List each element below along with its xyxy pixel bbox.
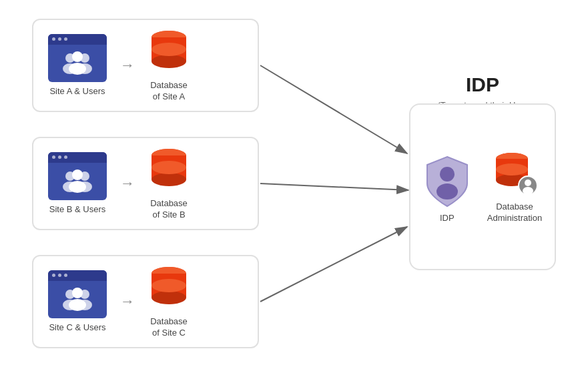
users-icon-a <box>59 50 95 77</box>
arrow-a-to-db: → <box>120 57 135 74</box>
db-admin-wrapper: Database Administration <box>487 149 542 224</box>
site-c-browser-wrapper: Site C & Users <box>48 270 107 334</box>
site-b-label: Site B & Users <box>49 204 106 216</box>
idp-main-title: IDP <box>409 73 556 96</box>
browser-body-c <box>48 281 107 318</box>
svg-point-42 <box>152 279 186 292</box>
svg-point-38 <box>152 291 186 304</box>
browser-titlebar-c <box>48 270 107 281</box>
svg-point-51 <box>496 163 528 175</box>
db-admin-label: Database Administration <box>487 202 542 224</box>
svg-point-12 <box>152 55 186 68</box>
idp-box: IDP Datab <box>409 103 556 270</box>
svg-point-22 <box>77 181 92 192</box>
dot3 <box>64 274 67 277</box>
dot1 <box>52 155 55 159</box>
site-box-a: Site A & Users → Database of Site A <box>32 19 259 112</box>
site-b-browser-wrapper: Site B & Users <box>48 152 107 216</box>
idp-icon-label: IDP <box>440 213 455 224</box>
site-a-label: Site A & Users <box>49 86 105 97</box>
diagram-container: Site A & Users → Database of Site A <box>0 0 588 375</box>
svg-point-29 <box>152 161 186 174</box>
browser-body-b <box>48 163 107 200</box>
svg-point-9 <box>77 63 92 74</box>
svg-point-54 <box>523 187 533 195</box>
svg-point-35 <box>77 300 92 310</box>
dot3 <box>64 155 67 159</box>
site-c-label: Site C & Users <box>49 322 105 334</box>
site-c-browser-icon <box>48 270 107 318</box>
db-c-icon <box>148 264 190 312</box>
dot1 <box>52 37 55 41</box>
arrow-c-to-db: → <box>120 293 135 310</box>
db-b-wrapper: Database of Site B <box>148 146 190 221</box>
browser-titlebar-b <box>48 152 107 163</box>
users-icon-b <box>59 168 95 195</box>
db-admin-icon <box>492 149 537 198</box>
site-b-browser-icon <box>48 152 107 200</box>
svg-line-1 <box>260 65 407 153</box>
svg-point-25 <box>152 173 186 186</box>
dot2 <box>58 155 61 159</box>
svg-point-21 <box>80 171 89 181</box>
site-a-browser-wrapper: Site A & Users <box>48 34 107 97</box>
users-icon-c <box>59 286 95 313</box>
db-a-label: Database of Site A <box>150 80 188 103</box>
shield-icon <box>423 154 471 209</box>
site-box-b: Site B & Users → Database of Site B <box>32 137 259 230</box>
idp-shield-wrapper: IDP <box>423 154 471 224</box>
svg-point-53 <box>525 179 531 186</box>
db-b-label: Database of Site B <box>150 198 188 221</box>
svg-point-34 <box>80 290 89 299</box>
svg-line-3 <box>260 227 407 302</box>
dot3 <box>64 37 67 41</box>
idp-icons-row: IDP Datab <box>423 149 542 224</box>
svg-point-43 <box>440 167 455 181</box>
db-b-icon <box>148 146 190 194</box>
db-a-wrapper: Database of Site A <box>148 28 190 103</box>
site-a-browser-icon <box>48 34 107 82</box>
browser-body-a <box>48 45 107 82</box>
db-a-icon <box>148 28 190 76</box>
site-box-c: Site C & Users → Database of Site C <box>32 255 259 348</box>
svg-point-16 <box>152 43 186 56</box>
dot1 <box>52 274 55 277</box>
svg-line-2 <box>260 183 408 190</box>
dot2 <box>58 274 61 277</box>
svg-point-8 <box>80 53 89 63</box>
dot2 <box>58 37 61 41</box>
arrow-b-to-db: → <box>120 175 135 192</box>
db-c-wrapper: Database of Site C <box>148 264 190 339</box>
db-c-label: Database of Site C <box>150 316 188 339</box>
svg-point-44 <box>436 183 458 200</box>
browser-titlebar-a <box>48 34 107 45</box>
